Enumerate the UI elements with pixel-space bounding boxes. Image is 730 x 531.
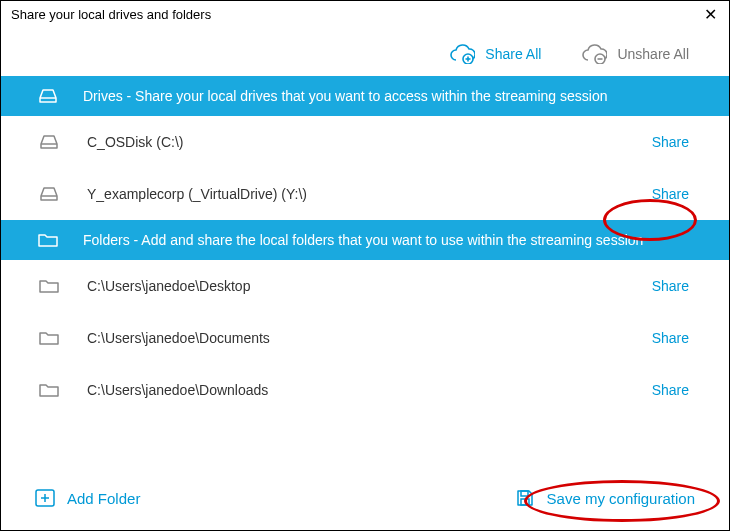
drives-section-title: Drives - Share your local drives that yo… [83, 88, 607, 104]
folders-section-header: Folders - Add and share the local folder… [1, 220, 729, 260]
svg-rect-11 [521, 491, 528, 496]
drive-icon [37, 88, 59, 104]
folders-section-title: Folders - Add and share the local folder… [83, 232, 643, 248]
add-folder-button[interactable]: Add Folder [35, 489, 140, 507]
list-item: C:\Users\janedoe\Desktop Share [1, 260, 729, 312]
list-item: Y_examplecorp (_VirtualDrive) (Y:\) Shar… [1, 168, 729, 220]
folder-icon [37, 232, 59, 248]
share-button[interactable]: Share [652, 134, 689, 150]
drives-section-header: Drives - Share your local drives that yo… [1, 76, 729, 116]
list-item: C_OSDisk (C:\) Share [1, 116, 729, 168]
svg-rect-12 [521, 499, 529, 505]
unshare-all-button[interactable]: Unshare All [581, 44, 689, 64]
share-all-label: Share All [485, 46, 541, 62]
cloud-share-icon [449, 44, 475, 64]
list-item: C:\Users\janedoe\Documents Share [1, 312, 729, 364]
window-title: Share your local drives and folders [11, 7, 211, 22]
folders-list: C:\Users\janedoe\Desktop Share C:\Users\… [1, 260, 729, 416]
save-config-button[interactable]: Save my configuration [515, 488, 695, 508]
folder-icon [37, 330, 61, 346]
drive-icon [37, 134, 61, 150]
folder-label: C:\Users\janedoe\Downloads [87, 382, 652, 398]
share-all-button[interactable]: Share All [449, 44, 541, 64]
close-icon[interactable]: ✕ [700, 5, 721, 24]
share-button[interactable]: Share [652, 186, 689, 202]
drive-label: C_OSDisk (C:\) [87, 134, 652, 150]
unshare-all-label: Unshare All [617, 46, 689, 62]
share-button[interactable]: Share [652, 382, 689, 398]
folder-icon [37, 278, 61, 294]
save-config-label: Save my configuration [547, 490, 695, 507]
add-folder-icon [35, 489, 55, 507]
drive-icon [37, 186, 61, 202]
list-item: C:\Users\janedoe\Downloads Share [1, 364, 729, 416]
drive-label: Y_examplecorp (_VirtualDrive) (Y:\) [87, 186, 652, 202]
save-icon [515, 488, 535, 508]
share-button[interactable]: Share [652, 278, 689, 294]
folder-label: C:\Users\janedoe\Documents [87, 330, 652, 346]
add-folder-label: Add Folder [67, 490, 140, 507]
share-button[interactable]: Share [652, 330, 689, 346]
cloud-unshare-icon [581, 44, 607, 64]
folder-icon [37, 382, 61, 398]
drives-list: C_OSDisk (C:\) Share Y_examplecorp (_Vir… [1, 116, 729, 220]
folder-label: C:\Users\janedoe\Desktop [87, 278, 652, 294]
